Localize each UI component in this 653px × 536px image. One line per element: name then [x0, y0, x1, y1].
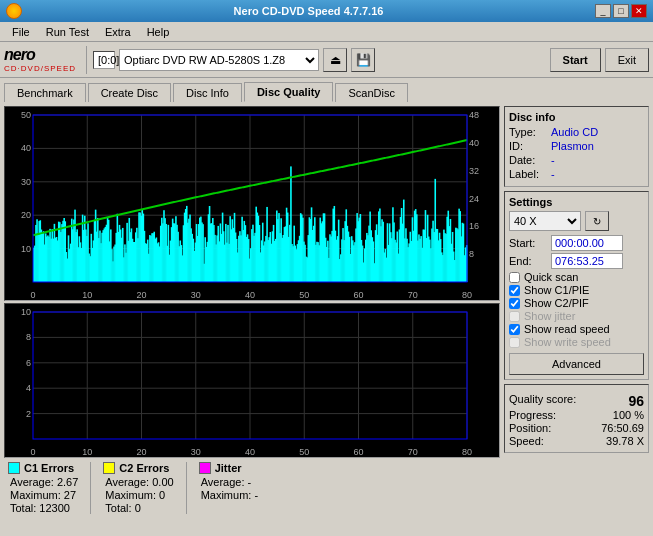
settings-title: Settings: [509, 196, 644, 208]
quick-scan-checkbox[interactable]: [509, 272, 520, 283]
show-write-speed-row: Show write speed: [509, 336, 644, 348]
c1-legend-header: C1 Errors: [8, 462, 78, 474]
main-content: C1 Errors Average: 2.67 Maximum: 27 Tota…: [0, 102, 653, 532]
show-c2pif-checkbox[interactable]: [509, 298, 520, 309]
jitter-legend-title: Jitter: [215, 462, 242, 474]
disc-label-row: Label: -: [509, 168, 644, 180]
show-jitter-row: Show jitter: [509, 310, 644, 322]
settings-panel: Settings 40 X ↻ Start: 000:00.00 End: 07…: [504, 191, 649, 380]
exit-button[interactable]: Exit: [605, 48, 649, 72]
disc-info-panel: Disc info Type: Audio CD ID: Plasmon Dat…: [504, 106, 649, 187]
jitter-average: Average: -: [201, 476, 258, 488]
end-field-value: 076:53.25: [551, 253, 623, 269]
disc-label-value: -: [551, 168, 555, 180]
window-controls: _ □ ✕: [595, 4, 647, 18]
eject-button[interactable]: ⏏: [323, 48, 347, 72]
quick-scan-row: Quick scan: [509, 271, 644, 283]
menu-run-test[interactable]: Run Test: [38, 24, 97, 40]
quality-score-panel: Quality score: 96 Progress: 100 % Positi…: [504, 384, 649, 453]
nero-product-text: CD·DVD/SPEED: [4, 64, 76, 73]
end-field-label: End:: [509, 255, 547, 267]
jitter-legend-header: Jitter: [199, 462, 258, 474]
quality-score-label: Quality score:: [509, 393, 576, 409]
show-write-speed-label: Show write speed: [524, 336, 611, 348]
refresh-button[interactable]: ↻: [585, 211, 609, 231]
c2-legend-title: C2 Errors: [119, 462, 169, 474]
show-c1pie-label: Show C1/PIE: [524, 284, 589, 296]
c1-maximum: Maximum: 27: [10, 489, 78, 501]
tab-scan-disc[interactable]: ScanDisc: [335, 83, 407, 102]
show-read-speed-checkbox[interactable]: [509, 324, 520, 335]
c1-average: Average: 2.67: [10, 476, 78, 488]
close-button[interactable]: ✕: [631, 4, 647, 18]
quality-score-value: 96: [628, 393, 644, 409]
disc-date-row: Date: -: [509, 154, 644, 166]
jitter-color-swatch: [199, 462, 211, 474]
show-write-speed-checkbox: [509, 337, 520, 348]
title-bar: Nero CD-DVD Speed 4.7.7.16 _ □ ✕: [0, 0, 653, 22]
show-jitter-checkbox: [509, 311, 520, 322]
toolbar: nero CD·DVD/SPEED [0:0] Optiarc DVD RW A…: [0, 42, 653, 78]
quick-scan-label: Quick scan: [524, 271, 578, 283]
disc-date-value: -: [551, 154, 555, 166]
chart-area: C1 Errors Average: 2.67 Maximum: 27 Tota…: [4, 106, 500, 528]
show-c1pie-row: Show C1/PIE: [509, 284, 644, 296]
show-c2pif-row: Show C2/PIF: [509, 297, 644, 309]
disc-info-title: Disc info: [509, 111, 644, 123]
tab-benchmark[interactable]: Benchmark: [4, 83, 86, 102]
speed-value-2: 39.78 X: [606, 435, 644, 447]
position-value: 76:50.69: [601, 422, 644, 434]
app-icon: [6, 3, 22, 19]
menu-help[interactable]: Help: [139, 24, 178, 40]
start-button[interactable]: Start: [550, 48, 601, 72]
c1-legend-title: C1 Errors: [24, 462, 74, 474]
start-field-label: Start:: [509, 237, 547, 249]
nero-logo: nero CD·DVD/SPEED: [4, 46, 76, 73]
drive-select[interactable]: Optiarc DVD RW AD-5280S 1.Z8: [119, 49, 319, 71]
disc-type-label: Type:: [509, 126, 547, 138]
tab-create-disc[interactable]: Create Disc: [88, 83, 171, 102]
show-jitter-label: Show jitter: [524, 310, 575, 322]
tab-disc-info[interactable]: Disc Info: [173, 83, 242, 102]
c1-color-swatch: [8, 462, 20, 474]
c1-total: Total: 12300: [10, 502, 78, 514]
progress-row: Progress: 100 %: [509, 409, 644, 421]
progress-label: Progress:: [509, 409, 556, 421]
advanced-button[interactable]: Advanced: [509, 353, 644, 375]
drive-label: [0:0]: [93, 51, 115, 69]
legend-divider-2: [186, 462, 187, 514]
c2-legend: C2 Errors Average: 0.00 Maximum: 0 Total…: [103, 462, 173, 514]
save-button[interactable]: 💾: [351, 48, 375, 72]
show-read-speed-row: Show read speed: [509, 323, 644, 335]
disc-id-label: ID:: [509, 140, 547, 152]
start-field-row: Start: 000:00.00: [509, 235, 644, 251]
toolbar-divider: [86, 46, 87, 74]
top-chart-canvas: [5, 107, 495, 300]
c2-legend-header: C2 Errors: [103, 462, 173, 474]
quality-score-row: Quality score: 96: [509, 393, 644, 409]
end-field-row: End: 076:53.25: [509, 253, 644, 269]
disc-type-value: Audio CD: [551, 126, 598, 138]
show-c2pif-label: Show C2/PIF: [524, 297, 589, 309]
c2-maximum: Maximum: 0: [105, 489, 173, 501]
speed-select[interactable]: 40 X: [509, 211, 581, 231]
disc-id-value: Plasmon: [551, 140, 594, 152]
show-read-speed-label: Show read speed: [524, 323, 610, 335]
legend-divider-1: [90, 462, 91, 514]
c2-legend-stats: Average: 0.00 Maximum: 0 Total: 0: [103, 476, 173, 514]
position-row: Position: 76:50.69: [509, 422, 644, 434]
maximize-button[interactable]: □: [613, 4, 629, 18]
menu-extra[interactable]: Extra: [97, 24, 139, 40]
disc-label-label: Label:: [509, 168, 547, 180]
jitter-legend: Jitter Average: - Maximum: -: [199, 462, 258, 514]
menu-file[interactable]: File: [4, 24, 38, 40]
progress-value: 100 %: [613, 409, 644, 421]
jitter-maximum: Maximum: -: [201, 489, 258, 501]
c2-total: Total: 0: [105, 502, 173, 514]
minimize-button[interactable]: _: [595, 4, 611, 18]
speed-label: Speed:: [509, 435, 544, 447]
tab-disc-quality[interactable]: Disc Quality: [244, 82, 334, 102]
disc-type-row: Type: Audio CD: [509, 126, 644, 138]
nero-brand-text: nero: [4, 46, 35, 64]
show-c1pie-checkbox[interactable]: [509, 285, 520, 296]
